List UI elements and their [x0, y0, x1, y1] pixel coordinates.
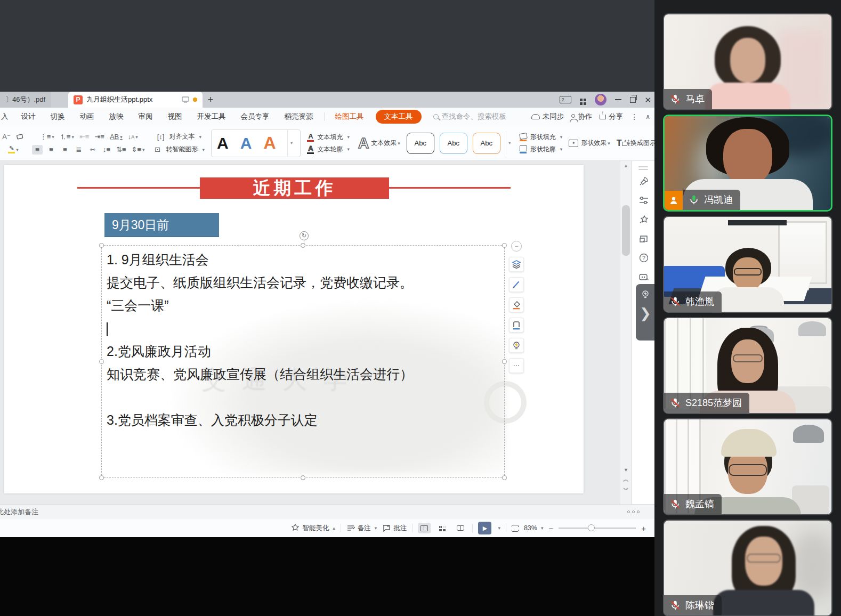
menu-text-tools-active[interactable]: 文本工具 — [376, 110, 422, 124]
comments-button[interactable]: 批注 — [382, 524, 407, 533]
zoom-slider-thumb[interactable] — [588, 524, 595, 531]
slide-body-blank-line[interactable] — [107, 317, 501, 340]
tab-presentation[interactable]: P 九月组织生活ppt.pptx — [68, 92, 203, 108]
text-outline-button[interactable]: A 文本轮廓▾ — [307, 145, 350, 154]
rotate-handle[interactable]: ↻ — [300, 231, 309, 240]
notes-more-button[interactable] — [627, 510, 640, 513]
play-options-arrow[interactable]: ▾ — [498, 525, 500, 531]
zoom-slider[interactable] — [559, 524, 636, 532]
collaborate-button[interactable]: 协作 — [571, 112, 592, 121]
resize-handle[interactable] — [301, 243, 305, 248]
minimize-button[interactable] — [615, 99, 621, 100]
participant-video-tile[interactable]: 陈琳锴 — [663, 520, 832, 616]
participant-video-tile[interactable]: 马卓 — [663, 13, 832, 110]
menu-item[interactable]: 会员专享 — [233, 112, 277, 121]
text-preset-blue[interactable]: A — [240, 134, 252, 152]
close-button[interactable]: ✕ — [644, 96, 651, 104]
menu-item[interactable]: 放映 — [102, 112, 131, 121]
char-direction-button[interactable]: AB▾ — [109, 132, 124, 142]
slide-body-blank-line[interactable] — [107, 386, 501, 409]
smart-suggest-button[interactable] — [509, 338, 524, 353]
line-spacing-up-icon[interactable]: ↕≡ — [101, 145, 112, 155]
justify-button[interactable]: ≣ — [74, 145, 84, 155]
resize-handle[interactable] — [301, 475, 305, 480]
slide-body-line[interactable]: 2.党风廉政月活动 — [107, 340, 501, 363]
resize-handle[interactable] — [99, 243, 104, 248]
resize-handle[interactable] — [502, 243, 507, 248]
collapsed-smart-panel[interactable]: ❯ — [636, 284, 654, 341]
line-spacing-button[interactable]: ⇕≡▾ — [130, 145, 145, 155]
share-button[interactable]: 分享 — [600, 112, 623, 121]
slide-body-line[interactable]: 1. 9月组织生活会 — [107, 248, 501, 271]
resize-handle[interactable] — [502, 475, 507, 480]
user-avatar[interactable] — [595, 94, 607, 106]
zoom-level[interactable]: 83%▾ — [524, 524, 544, 532]
sort-text-button[interactable]: ↓A▾ — [127, 132, 139, 142]
menu-item[interactable]: 视图 — [160, 112, 190, 121]
fit-slide-button[interactable] — [512, 525, 519, 532]
menu-item[interactable]: 设计 — [14, 112, 43, 121]
scroll-up-arrow[interactable]: ▲ — [620, 163, 632, 168]
shape-style-blue[interactable]: Abc — [440, 133, 467, 154]
participant-video-tile[interactable]: 韩渔胤 — [663, 216, 832, 313]
align-right-button[interactable]: ≡ — [60, 145, 70, 155]
sync-status[interactable]: 未同步 — [531, 112, 564, 121]
slide-body-line[interactable]: 提交电子、纸质版组织生活会记录，党费收缴记录。 — [107, 271, 501, 294]
window-arrange-icon[interactable]: 2 — [560, 96, 571, 103]
slide-sorter-view-button[interactable] — [436, 523, 449, 533]
notes-button[interactable]: 备注▾ — [346, 524, 377, 533]
slide-body-line[interactable]: 知识竞赛、党风廉政宣传展（结合组织生活会进行） — [107, 363, 501, 386]
eraser-icon[interactable] — [15, 132, 26, 142]
menu-item[interactable]: 开发工具 — [190, 112, 233, 121]
increase-indent-button[interactable]: ⇥≡ — [93, 132, 105, 142]
shape-style-black[interactable]: Abc — [407, 133, 434, 154]
layer-order-button[interactable] — [509, 257, 524, 272]
collapse-ribbon-icon[interactable]: ∧ — [645, 113, 650, 120]
to-smart-graphic-button[interactable]: ⊡转智能图形▾ — [152, 145, 205, 155]
menu-item[interactable]: 切换 — [43, 112, 72, 121]
vertical-scrollbar[interactable]: ▲ ▼ ︽ ︾ — [620, 161, 631, 504]
more-tools-button[interactable]: ⋯ — [509, 358, 524, 373]
distribute-button[interactable]: ⇿ — [87, 145, 98, 155]
decrease-indent-button[interactable]: ⇤≡ — [78, 132, 90, 142]
slide-title[interactable]: 近期工作 — [200, 177, 389, 199]
reading-view-button[interactable] — [454, 523, 467, 533]
highlight-color-button[interactable]: ✎▾ — [7, 145, 20, 155]
slideshow-play-button[interactable]: ▶ — [478, 522, 491, 534]
help-icon[interactable]: ? — [632, 248, 654, 268]
shape-style-orange[interactable]: Abc — [473, 133, 500, 154]
collapse-toolbar-button[interactable]: − — [511, 241, 522, 252]
present-window-icon[interactable] — [632, 229, 654, 248]
menu-item[interactable]: 稻壳资源 — [277, 112, 321, 121]
date-badge[interactable]: 9月30日前 — [104, 213, 219, 237]
outline-color-button[interactable] — [509, 318, 524, 333]
fill-color-button[interactable] — [509, 297, 524, 312]
zoom-out-button[interactable]: − — [548, 524, 553, 533]
align-left-button[interactable]: ≡ — [32, 145, 43, 155]
new-tab-button[interactable]: + — [203, 92, 219, 108]
convert-diagram-button[interactable]: 转换成图示 — [624, 139, 656, 148]
notes-bar[interactable]: 此处添加备注 — [0, 504, 654, 519]
app-grid-icon[interactable] — [580, 99, 583, 101]
slide-canvas[interactable]: 交通大学 近期工作 9月30日前 ↻ 1. 9月组织生活会提交电子、纸质版组织生… — [4, 165, 584, 493]
shape-effect-button[interactable]: 形状效果 — [581, 139, 607, 148]
slide-body-line[interactable]: “三会一课” — [107, 294, 501, 317]
effects-star-icon[interactable] — [632, 210, 654, 229]
resize-handle[interactable] — [99, 359, 104, 364]
shrink-font-button[interactable]: A⁻ — [1, 132, 12, 142]
resize-handle[interactable] — [502, 359, 507, 364]
participant-video-tile[interactable]: 冯凯迪 — [663, 115, 832, 212]
format-brush-button[interactable] — [509, 277, 524, 292]
align-center-button[interactable]: ≡ — [46, 145, 56, 155]
line-spacing-down-icon[interactable]: ⇅≡ — [115, 145, 127, 155]
normal-view-button[interactable] — [418, 523, 431, 533]
slide-body-line[interactable]: 3.党员档案审查、入党积极分子认定 — [107, 409, 501, 432]
shape-outline-button[interactable]: 形状轮廓▾ — [520, 145, 563, 154]
shape-gallery-more[interactable]: ▾ — [506, 132, 513, 155]
rocket-icon[interactable] — [632, 172, 654, 191]
participant-video-tile[interactable]: S2185范梦园 — [663, 317, 832, 414]
menu-item[interactable]: 审阅 — [131, 112, 160, 121]
settings-sliders-icon[interactable] — [632, 191, 654, 210]
scroll-down-arrow[interactable]: ▼ — [620, 467, 632, 473]
menu-draw-tools[interactable]: 绘图工具 — [328, 112, 371, 121]
